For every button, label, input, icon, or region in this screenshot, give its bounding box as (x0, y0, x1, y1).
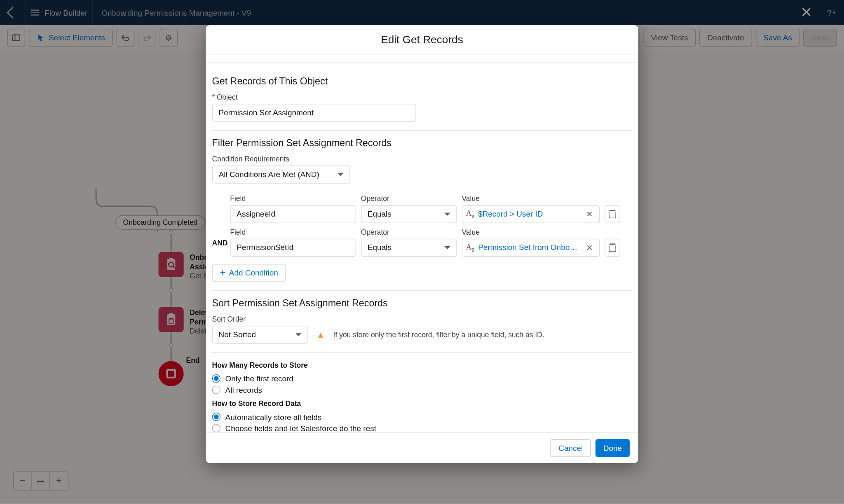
section-sort-title: Sort Permission Set Assignment Records (212, 298, 632, 309)
condition-field-input[interactable]: PermissionSetId (230, 239, 356, 257)
radio-icon (212, 375, 220, 383)
condition-value-input[interactable]: Aa $Record > User ID ✕ (462, 205, 600, 223)
object-input[interactable]: Permission Set Assignment (212, 104, 416, 122)
done-button[interactable]: Done (595, 439, 630, 457)
chevron-down-icon (444, 212, 450, 215)
edit-get-records-modal: Edit Get Records Get Records of This Obj… (206, 25, 638, 463)
warning-icon: ▲ (316, 330, 325, 339)
how-store-label: How to Store Record Data (212, 399, 632, 408)
sort-order-select[interactable]: Not Sorted (212, 326, 308, 344)
chevron-down-icon (338, 173, 344, 176)
how-many-label: How Many Records to Store (212, 361, 632, 369)
modal-overlay: Edit Get Records Get Records of This Obj… (0, 0, 844, 504)
sort-warning-text: If you store only the first record, filt… (333, 331, 544, 339)
radio-icon (212, 413, 220, 421)
trash-icon (609, 243, 616, 252)
and-label: AND (212, 239, 227, 247)
radio-all-records[interactable]: All records (212, 386, 632, 395)
sort-order-label: Sort Order (212, 315, 632, 323)
condition-value-input[interactable]: Aa Permission Set from Onboarding_... ✕ (462, 239, 600, 257)
trash-icon (609, 210, 616, 218)
radio-only-first[interactable]: Only the first record (212, 374, 632, 383)
condition-operator-select[interactable]: Equals (361, 205, 457, 223)
radio-icon (212, 386, 220, 394)
condition-field-input[interactable]: AssigneeId (230, 205, 356, 223)
radio-icon (212, 424, 220, 432)
field-label: Field (230, 194, 356, 203)
object-label: Object (212, 93, 632, 101)
formula-icon: Aa (466, 209, 474, 219)
clear-value-button[interactable]: ✕ (584, 209, 595, 219)
cond-req-label: Condition Requirements (212, 155, 632, 163)
condition-operator-select[interactable]: Equals (361, 239, 457, 257)
chevron-down-icon (295, 333, 302, 336)
operator-label: Operator (361, 194, 457, 203)
field-label: Field (230, 228, 356, 236)
value-label: Value (462, 194, 600, 203)
section-object-title: Get Records of This Object (212, 76, 632, 87)
plus-icon: + (220, 268, 225, 278)
delete-condition-button[interactable] (605, 205, 620, 223)
chevron-down-icon (444, 246, 450, 249)
radio-store-auto[interactable]: Automatically store all fields (212, 413, 632, 422)
operator-label: Operator (361, 228, 457, 236)
section-filter-title: Filter Permission Set Assignment Records (212, 138, 632, 149)
condition-requirements-select[interactable]: All Conditions Are Met (AND) (212, 166, 350, 184)
formula-icon: Aa (466, 243, 474, 253)
value-label: Value (462, 228, 600, 236)
delete-condition-button[interactable] (605, 239, 620, 257)
cancel-button[interactable]: Cancel (551, 439, 591, 457)
modal-title: Edit Get Records (206, 25, 638, 55)
add-condition-button[interactable]: + Add Condition (212, 264, 286, 282)
radio-store-choose[interactable]: Choose fields and let Salesforce do the … (212, 424, 632, 432)
clear-value-button[interactable]: ✕ (584, 243, 595, 252)
